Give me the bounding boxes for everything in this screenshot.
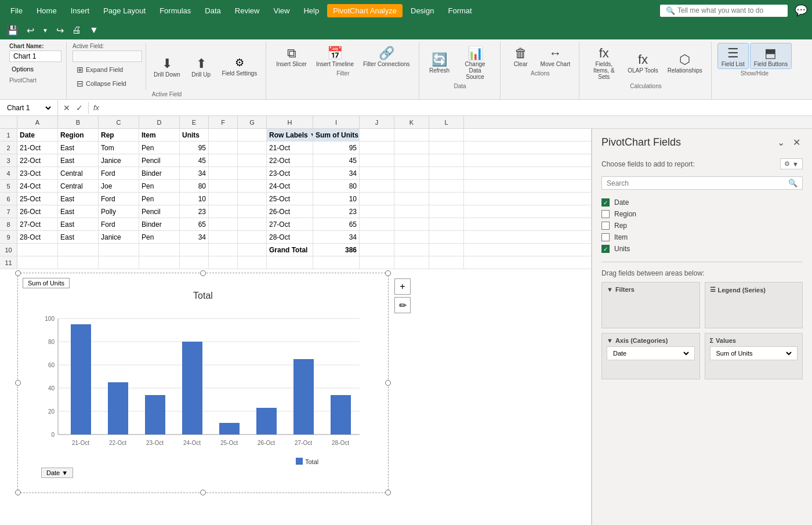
cell-j3[interactable] — [360, 154, 394, 166]
cell-e4[interactable]: 34 — [180, 167, 209, 179]
collapse-field-button[interactable]: ⊟ Collapse Field — [72, 77, 142, 90]
formula-input[interactable] — [104, 104, 812, 112]
cell-l5[interactable] — [429, 180, 464, 192]
col-header-l[interactable]: L — [429, 116, 464, 128]
confirm-formula-button[interactable]: ✓ — [74, 102, 85, 114]
cell-c5[interactable]: Joe — [99, 180, 139, 192]
menu-home[interactable]: Home — [31, 4, 63, 17]
cell-g10[interactable] — [238, 244, 267, 256]
col-header-j[interactable]: J — [360, 116, 394, 128]
cell-a9[interactable]: 28-Oct — [17, 231, 58, 243]
menu-design[interactable]: Design — [405, 4, 440, 17]
cell-e8[interactable]: 65 — [180, 218, 209, 230]
customize-button[interactable]: 🖨 — [70, 24, 84, 37]
cell-h2[interactable]: 21-Oct — [267, 142, 313, 154]
field-checkbox-date[interactable]: ✓ — [601, 198, 610, 207]
cell-k9[interactable] — [394, 231, 429, 243]
cell-j4[interactable] — [360, 167, 394, 179]
cell-g3[interactable] — [238, 154, 267, 166]
cell-d7[interactable]: Pencil — [139, 205, 180, 218]
cell-l1[interactable] — [429, 129, 464, 141]
cell-a3[interactable]: 22-Oct — [17, 154, 58, 166]
cell-c2[interactable]: Tom — [99, 142, 139, 154]
col-header-k[interactable]: K — [394, 116, 429, 128]
cell-h5[interactable]: 24-Oct — [267, 180, 313, 192]
cell-d5[interactable]: Pen — [139, 180, 180, 192]
refresh-button[interactable]: 🔄 Refresh — [425, 49, 454, 75]
cell-i5[interactable]: 80 — [313, 180, 360, 192]
cell-b10[interactable] — [58, 244, 99, 256]
cell-b6[interactable]: East — [58, 193, 99, 205]
cell-j2[interactable] — [360, 142, 394, 154]
field-checkbox-region[interactable] — [601, 210, 610, 218]
col-header-d[interactable]: D — [139, 116, 180, 128]
menu-format[interactable]: Format — [442, 4, 477, 17]
cell-h3[interactable]: 22-Oct — [267, 154, 313, 166]
menu-formulas[interactable]: Formulas — [154, 4, 197, 17]
bar-28oct[interactable] — [331, 395, 351, 435]
cell-g8[interactable] — [238, 218, 267, 230]
cell-j9[interactable] — [360, 231, 394, 243]
axis-date-item[interactable]: Date — [607, 346, 695, 360]
fields-items-sets-button[interactable]: fx Fields, Items, & Sets — [585, 43, 622, 82]
cell-h1-pivot-header[interactable]: Row Labels ▼ — [267, 129, 313, 141]
drag-area-axis[interactable]: ▼ Axis (Categories) Date — [601, 333, 700, 379]
col-header-g[interactable]: G — [238, 116, 267, 128]
col-header-h[interactable]: H — [267, 116, 313, 128]
cell-j7[interactable] — [360, 205, 394, 218]
cell-f8[interactable] — [209, 218, 238, 230]
cell-f3[interactable] — [209, 154, 238, 166]
cell-h6[interactable]: 25-Oct — [267, 193, 313, 205]
olap-tools-button[interactable]: fx OLAP Tools — [624, 49, 662, 75]
cell-k6[interactable] — [394, 193, 429, 205]
cell-d3[interactable]: Pencil — [139, 154, 180, 166]
cell-l4[interactable] — [429, 167, 464, 179]
cell-k2[interactable] — [394, 142, 429, 154]
insert-timeline-button[interactable]: 📅 Insert Timeline — [312, 43, 358, 69]
change-data-source-button[interactable]: 📊 Change Data Source — [455, 43, 495, 82]
panel-close-button[interactable]: ✕ — [791, 136, 803, 149]
drag-area-filters[interactable]: ▼ Filters — [601, 282, 700, 328]
clear-button[interactable]: 🗑 Clear — [506, 43, 535, 69]
cell-b2[interactable]: East — [58, 142, 99, 154]
menu-page-layout[interactable]: Page Layout — [97, 4, 151, 17]
drill-up-button[interactable]: ⬆ Drill Up — [187, 53, 216, 79]
bar-24oct[interactable] — [182, 342, 202, 435]
cell-e3[interactable]: 45 — [180, 154, 209, 166]
chart-handle-bm[interactable] — [200, 490, 206, 495]
menu-data[interactable]: Data — [199, 4, 226, 17]
cell-j1[interactable] — [360, 129, 394, 141]
cell-b4[interactable]: Central — [58, 167, 99, 179]
name-box-select[interactable]: Chart 1 — [5, 103, 53, 113]
cell-j8[interactable] — [360, 218, 394, 230]
field-buttons-button[interactable]: ⬒ Field Buttons — [750, 43, 792, 69]
move-chart-button[interactable]: ↔ Move Chart — [536, 43, 575, 69]
cell-c8[interactable]: Ford — [99, 218, 139, 230]
chart-handle-mr[interactable] — [385, 380, 391, 386]
cell-f1[interactable] — [209, 129, 238, 141]
bar-21oct[interactable] — [71, 324, 91, 435]
cell-c1[interactable]: Rep — [99, 129, 139, 141]
col-header-i[interactable]: I — [313, 116, 360, 128]
cell-g4[interactable] — [238, 167, 267, 179]
cell-k4[interactable] — [394, 167, 429, 179]
cell-f7[interactable] — [209, 205, 238, 218]
cell-d1[interactable]: Item — [139, 129, 180, 141]
col-header-f[interactable]: F — [209, 116, 238, 128]
cell-d2[interactable]: Pen — [139, 142, 180, 154]
more-button[interactable]: ▼ — [87, 24, 101, 37]
options-button[interactable]: Options — [9, 64, 61, 74]
cell-f10[interactable] — [209, 244, 238, 256]
cell-i1-sum-header[interactable]: Sum of Units — [313, 129, 360, 141]
col-header-e[interactable]: E — [180, 116, 209, 128]
cell-l3[interactable] — [429, 154, 464, 166]
cell-c6[interactable]: Ford — [99, 193, 139, 205]
field-list-button[interactable]: ☰ Field List — [717, 43, 749, 69]
expand-field-button[interactable]: ⊞ Expand Field — [72, 63, 127, 76]
cell-h8[interactable]: 27-Oct — [267, 218, 313, 230]
add-chart-element-button[interactable]: + — [394, 278, 411, 295]
cell-i6[interactable]: 10 — [313, 193, 360, 205]
field-checkbox-item[interactable] — [601, 233, 610, 241]
cell-i4[interactable]: 34 — [313, 167, 360, 179]
undo-dropdown[interactable]: ▼ — [40, 26, 50, 35]
